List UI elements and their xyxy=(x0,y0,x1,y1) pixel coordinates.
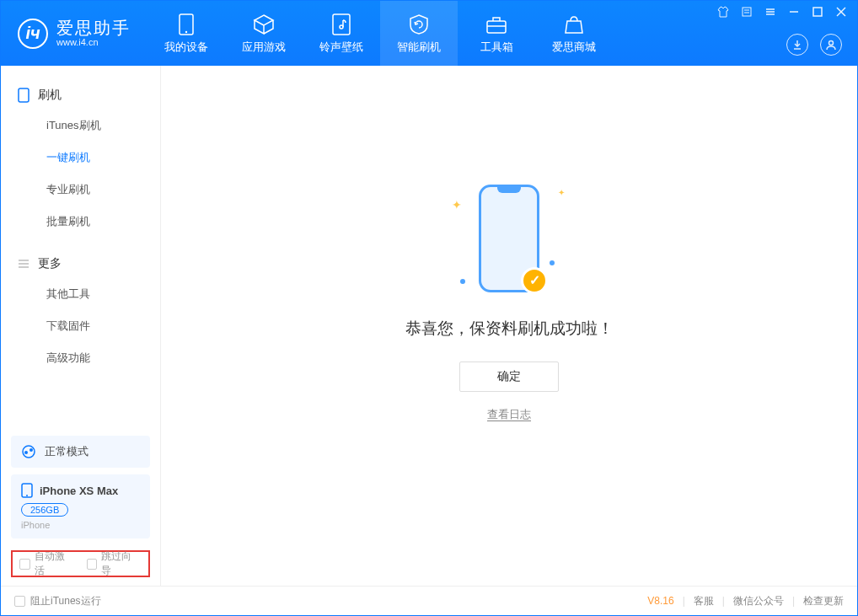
nav-label: 爱思商城 xyxy=(552,40,596,55)
check-badge-icon: ✓ xyxy=(521,267,548,294)
list-icon xyxy=(18,258,29,270)
svg-point-20 xyxy=(23,446,35,458)
menu-icon[interactable] xyxy=(764,6,776,18)
nav-tab-store[interactable]: 爱思商城 xyxy=(535,1,613,66)
sidebar-item-pro-flash[interactable]: 专业刷机 xyxy=(1,174,160,206)
svg-rect-16 xyxy=(19,88,29,102)
wechat-link[interactable]: 微信公众号 xyxy=(733,594,784,608)
music-file-icon xyxy=(332,13,351,36)
logo-area: iч 爱思助手 www.i4.cn xyxy=(1,1,147,66)
device-phone-icon xyxy=(21,483,33,498)
maximize-icon[interactable] xyxy=(812,6,823,18)
confirm-button[interactable]: 确定 xyxy=(459,362,559,392)
check-update-link[interactable]: 检查更新 xyxy=(803,594,844,608)
svg-point-22 xyxy=(29,448,33,452)
toolbox-icon xyxy=(485,13,507,36)
auto-activate-checkbox[interactable]: 自动激活 xyxy=(19,549,75,578)
support-link[interactable]: 客服 xyxy=(694,594,714,608)
sidebar-item-advanced[interactable]: 高级功能 xyxy=(1,342,160,374)
view-log-link[interactable]: 查看日志 xyxy=(487,407,531,422)
sidebar-item-other-tools[interactable]: 其他工具 xyxy=(1,278,160,310)
nav-tabs: 我的设备 应用游戏 铃声壁纸 智能刷机 工具箱 爱思商城 xyxy=(147,1,613,66)
close-icon[interactable] xyxy=(835,6,847,18)
footer: 阻止iTunes运行 V8.16 | 客服 | 微信公众号 | 检查更新 xyxy=(1,586,857,615)
sidebar-group-more: 更多 xyxy=(1,249,160,278)
checkbox-icon xyxy=(19,559,30,570)
svg-point-15 xyxy=(829,41,834,46)
svg-point-24 xyxy=(26,495,28,496)
refresh-shield-icon xyxy=(408,13,430,36)
bottom-options-highlight: 自动激活 跳过向导 xyxy=(11,550,150,577)
svg-point-3 xyxy=(340,25,343,29)
device-capacity: 256GB xyxy=(21,503,68,517)
nav-label: 工具箱 xyxy=(480,40,513,55)
nav-label: 我的设备 xyxy=(164,40,208,55)
success-illustration: ✦ ✦ ✓ xyxy=(442,179,576,297)
svg-point-1 xyxy=(185,30,187,32)
sidebar-item-batch-flash[interactable]: 批量刷机 xyxy=(1,206,160,238)
sidebar-group-flash: 刷机 xyxy=(1,81,160,110)
sidebar-item-download-firmware[interactable]: 下载固件 xyxy=(1,310,160,342)
nav-tab-ringtone[interactable]: 铃声壁纸 xyxy=(303,1,380,66)
main-content: ✦ ✦ ✓ 恭喜您，保资料刷机成功啦！ 确定 查看日志 xyxy=(161,66,857,586)
version-label: V8.16 xyxy=(647,595,673,607)
svg-rect-4 xyxy=(487,21,506,33)
nav-label: 智能刷机 xyxy=(397,40,441,55)
minimize-icon[interactable] xyxy=(788,6,800,18)
device-name-text: iPhone XS Max xyxy=(40,485,118,497)
bag-icon xyxy=(564,13,584,36)
svg-rect-12 xyxy=(813,8,822,16)
device-type: iPhone xyxy=(21,520,140,530)
download-button[interactable] xyxy=(786,34,808,56)
nav-tab-apps[interactable]: 应用游戏 xyxy=(225,1,303,66)
checkbox-icon xyxy=(87,559,98,570)
skip-guide-checkbox[interactable]: 跳过向导 xyxy=(87,549,142,578)
nav-label: 应用游戏 xyxy=(242,40,286,55)
phone-outline-icon xyxy=(18,88,29,103)
nav-label: 铃声壁纸 xyxy=(319,40,363,55)
checkbox-icon[interactable] xyxy=(14,596,25,607)
app-subtitle: www.i4.cn xyxy=(56,37,131,47)
device-status-text: 正常模式 xyxy=(45,444,88,459)
success-message: 恭喜您，保资料刷机成功啦！ xyxy=(405,318,614,340)
window-controls xyxy=(717,6,847,18)
device-icon xyxy=(179,13,194,36)
app-header: iч 爱思助手 www.i4.cn 我的设备 应用游戏 铃声壁纸 智能刷机 工具… xyxy=(1,1,857,66)
svg-point-21 xyxy=(24,451,28,454)
cube-icon xyxy=(253,13,275,36)
sidebar-item-itunes-flash[interactable]: iTunes刷机 xyxy=(1,110,160,142)
svg-rect-5 xyxy=(743,8,751,16)
user-button[interactable] xyxy=(820,34,842,56)
nav-tab-flash[interactable]: 智能刷机 xyxy=(380,1,458,66)
app-title: 爱思助手 xyxy=(56,19,131,37)
sidebar-item-oneclick-flash[interactable]: 一键刷机 xyxy=(1,142,160,174)
logo-icon: iч xyxy=(18,19,48,49)
nav-tab-toolbox[interactable]: 工具箱 xyxy=(458,1,535,66)
device-status-box[interactable]: 正常模式 xyxy=(11,436,150,468)
block-itunes-checkbox-label[interactable]: 阻止iTunes运行 xyxy=(30,594,101,608)
normal-mode-icon xyxy=(21,444,36,459)
note-icon[interactable] xyxy=(741,6,753,18)
nav-tab-my-device[interactable]: 我的设备 xyxy=(147,1,225,66)
sidebar: 刷机 iTunes刷机 一键刷机 专业刷机 批量刷机 更多 其他工具 下载固件 … xyxy=(1,66,161,586)
device-info-box[interactable]: iPhone XS Max 256GB iPhone xyxy=(11,474,150,538)
shirt-icon[interactable] xyxy=(717,6,729,18)
svg-rect-2 xyxy=(333,14,350,35)
